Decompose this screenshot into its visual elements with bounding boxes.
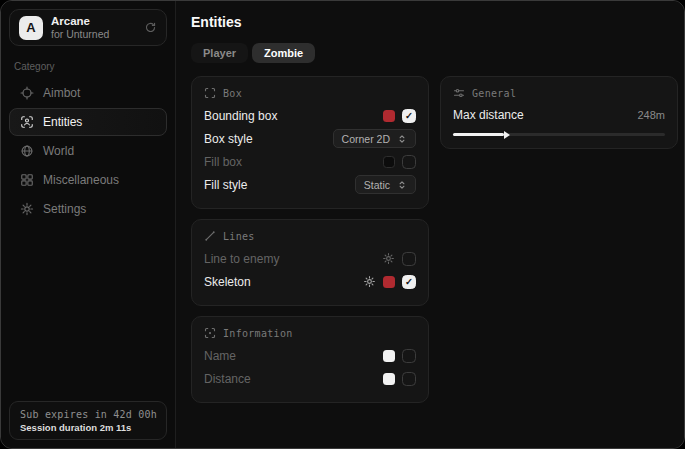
setting-label: Name	[204, 349, 236, 363]
grid-icon	[20, 173, 34, 187]
scan-corners-icon	[204, 87, 216, 99]
sidebar-item-settings[interactable]: Settings	[9, 195, 167, 223]
right-column: General Max distance 248m	[440, 76, 678, 149]
panel-title: Information	[223, 328, 293, 339]
session-duration-text: Session duration 2m 11s	[20, 422, 156, 433]
setting-label: Box style	[204, 132, 253, 146]
left-column: Box Bounding box Box style Cor	[191, 76, 429, 403]
focus-target-icon	[204, 327, 216, 339]
color-swatch[interactable]	[383, 276, 395, 288]
sidebar-item-world[interactable]: World	[9, 137, 167, 165]
sub-expiry-text: Sub expires in 42d 00h	[20, 409, 156, 420]
refresh-icon[interactable]	[144, 21, 157, 34]
sidebar-item-label: Miscellaneous	[43, 173, 119, 187]
unfold-icon	[397, 180, 407, 190]
sidebar-item-entities[interactable]: Entities	[9, 108, 167, 136]
sidebar-item-label: Settings	[43, 202, 86, 216]
color-swatch[interactable]	[383, 110, 395, 122]
color-swatch[interactable]	[383, 156, 395, 168]
checkbox[interactable]	[402, 372, 416, 386]
tab-player[interactable]: Player	[191, 43, 248, 63]
main-content: Entities Player Zombie Box	[176, 1, 685, 448]
setting-row-bounding-box: Bounding box	[204, 104, 416, 127]
panel-title: Box	[223, 88, 242, 99]
setting-row-max-distance: Max distance 248m	[453, 104, 665, 125]
max-distance-slider[interactable]	[453, 133, 665, 136]
app-title-block: Arcane for Unturned	[51, 15, 109, 40]
setting-row-line-to-enemy: Line to enemy	[204, 247, 416, 270]
app-window: A Arcane for Unturned Category Aimbot	[0, 0, 685, 449]
sidebar-item-label: Aimbot	[43, 86, 80, 100]
setting-label: Skeleton	[204, 275, 251, 289]
entity-tabs: Player Zombie	[191, 43, 678, 63]
panel-columns: Box Bounding box Box style Cor	[191, 76, 678, 403]
dropdown-value: Corner 2D	[342, 133, 390, 145]
gear-icon	[20, 202, 34, 216]
fill-style-dropdown[interactable]: Static	[355, 175, 416, 194]
sidebar-item-miscellaneous[interactable]: Miscellaneous	[9, 166, 167, 194]
checkbox[interactable]	[402, 252, 416, 266]
general-panel: General Max distance 248m	[440, 76, 678, 149]
general-panel-header: General	[453, 87, 665, 99]
setting-row-distance: Distance	[204, 367, 416, 390]
box-panel: Box Bounding box Box style Cor	[191, 76, 429, 209]
box-style-dropdown[interactable]: Corner 2D	[333, 129, 416, 148]
diagonal-line-icon	[204, 230, 216, 242]
lines-panel-header: Lines	[204, 230, 416, 242]
app-name: Arcane	[51, 15, 109, 28]
setting-label: Fill style	[204, 178, 247, 192]
slider-fill	[453, 133, 504, 136]
checkbox[interactable]	[402, 109, 416, 123]
information-panel-header: Information	[204, 327, 416, 339]
sidebar-item-label: World	[43, 144, 74, 158]
slider-thumb[interactable]	[504, 131, 510, 139]
checkbox[interactable]	[402, 349, 416, 363]
panel-title: Lines	[223, 231, 255, 242]
globe-icon	[20, 144, 34, 158]
setting-row-name: Name	[204, 344, 416, 367]
setting-label: Fill box	[204, 155, 242, 169]
setting-label: Line to enemy	[204, 252, 279, 266]
slider-value: 248m	[637, 109, 665, 121]
checkbox[interactable]	[402, 155, 416, 169]
crosshair-icon	[20, 86, 34, 100]
sidebar-item-label: Entities	[43, 115, 82, 129]
dropdown-value: Static	[364, 179, 390, 191]
app-subtitle: for Unturned	[51, 28, 109, 40]
setting-row-box-style: Box style Corner 2D	[204, 127, 416, 150]
unfold-icon	[397, 134, 407, 144]
entity-scan-icon	[20, 115, 34, 129]
category-label: Category	[14, 61, 162, 72]
lines-panel: Lines Line to enemy	[191, 219, 429, 306]
row-settings-gear-icon[interactable]	[363, 275, 376, 288]
setting-label: Distance	[204, 372, 251, 386]
setting-row-fill-box: Fill box	[204, 150, 416, 173]
box-panel-header: Box	[204, 87, 416, 99]
app-header-card: A Arcane for Unturned	[9, 9, 167, 46]
setting-label: Max distance	[453, 108, 524, 122]
information-panel: Information Name Distance	[191, 316, 429, 403]
color-swatch[interactable]	[383, 373, 395, 385]
checkbox[interactable]	[402, 275, 416, 289]
setting-label: Bounding box	[204, 109, 277, 123]
sliders-icon	[453, 87, 465, 99]
panel-title: General	[472, 88, 516, 99]
app-logo: A	[19, 16, 43, 40]
sidebar: A Arcane for Unturned Category Aimbot	[1, 1, 176, 448]
row-settings-gear-icon[interactable]	[382, 252, 395, 265]
tab-zombie[interactable]: Zombie	[252, 43, 315, 63]
setting-row-skeleton: Skeleton	[204, 270, 416, 293]
color-swatch[interactable]	[383, 350, 395, 362]
sidebar-item-aimbot[interactable]: Aimbot	[9, 79, 167, 107]
setting-row-fill-style: Fill style Static	[204, 173, 416, 196]
page-title: Entities	[191, 14, 678, 30]
subscription-card: Sub expires in 42d 00h Session duration …	[9, 401, 167, 440]
